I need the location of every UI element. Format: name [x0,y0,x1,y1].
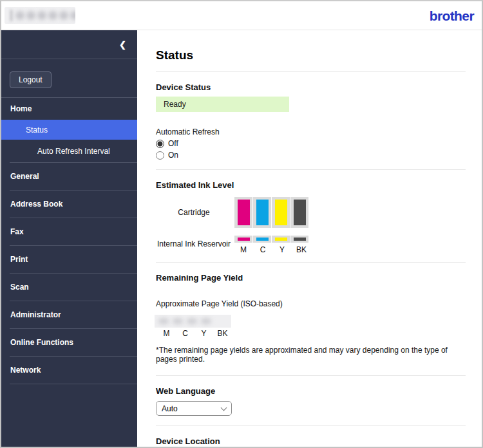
sidebar-collapse-row: ❮ [1,30,137,59]
top-bar: brother [1,1,482,30]
cartridge-bar-cyan [253,197,271,228]
sidebar-divider [10,384,137,384]
yield-code-c: C [176,329,194,338]
divider [156,375,466,376]
auto-refresh-on-label: On [168,151,178,160]
sidebar: ❮ Logout Home Status Auto Refresh Interv… [1,30,137,447]
sidebar-item-status[interactable]: Status [1,120,137,140]
web-language-select-wrap: Auto [156,401,232,416]
auto-refresh-off-radio[interactable] [156,140,164,148]
redacted-page-title [5,7,75,24]
sidebar-menu: Home Status Auto Refresh Interval Genera… [1,98,137,384]
sidebar-item-online-functions[interactable]: Online Functions [1,329,137,356]
device-status-heading: Device Status [156,82,466,92]
reservoir-label: Internal Ink Reservoir [156,239,232,248]
automatic-refresh-label: Automatic Refresh [156,127,466,136]
sidebar-item-fax[interactable]: Fax [1,218,137,245]
cartridge-label: Cartridge [156,208,232,217]
page-yield-footnote: *The remaining page yields are approxima… [156,346,466,364]
sidebar-item-general[interactable]: General [1,163,137,190]
sidebar-item-home[interactable]: Home [1,98,137,120]
yield-code-m: M [157,329,176,338]
yield-code-y: Y [194,329,213,338]
sidebar-item-scan[interactable]: Scan [1,274,137,301]
reservoir-bar-yellow [272,236,290,243]
auto-refresh-on-option[interactable]: On [156,151,466,160]
cartridge-bar-yellow [272,197,290,228]
auto-refresh-off-label: Off [168,139,178,148]
ink-color-codes: M C Y BK [234,245,311,254]
logout-button[interactable]: Logout [10,71,52,88]
divider [156,262,466,263]
sidebar-item-address-book[interactable]: Address Book [1,191,137,218]
ink-code-y: Y [273,245,291,254]
brother-logo: brother [430,9,475,23]
logout-area: Logout [1,59,137,98]
ink-level-heading: Estimated Ink Level [156,180,466,190]
ink-level-display: Cartridge Internal Ink Reservoir [156,197,466,254]
ink-code-m: M [234,245,252,254]
divider [156,169,466,170]
reservoir-bar-cyan [253,236,271,243]
auto-refresh-on-radio[interactable] [156,151,164,160]
cartridge-bar-black [290,197,308,228]
auto-refresh-off-option[interactable]: Off [156,139,466,148]
ink-code-bk: BK [292,245,310,254]
sidebar-item-administrator[interactable]: Administrator [1,301,137,328]
web-language-heading: Web Language [156,386,466,396]
approx-page-yield-label: Approximate Page Yield (ISO-based) [156,299,466,308]
cartridge-bar-magenta [234,197,252,228]
device-status-value: Ready [156,97,289,112]
collapse-sidebar-icon[interactable]: ❮ [119,40,126,50]
reservoir-bar-black [290,236,308,243]
sidebar-item-print[interactable]: Print [1,246,137,273]
cartridge-bars [234,197,308,228]
ink-code-c: C [254,245,272,254]
redacted-page-yield-values [155,315,231,328]
reservoir-bar-magenta [234,236,252,243]
divider [156,71,466,72]
web-language-select[interactable]: Auto [156,401,232,416]
browser-page: brother ❮ Logout Home Status Auto Refres… [0,0,483,448]
page-yield-column-labels: M C Y BK [157,329,466,338]
page-yield-heading: Remaining Page Yield [156,273,466,283]
yield-code-bk: BK [213,329,232,338]
automatic-refresh-options: Off On [156,139,466,160]
divider [156,425,466,426]
device-location-heading: Device Location [156,436,466,446]
page-title: Status [156,48,466,62]
main-content: Status Device Status Ready Automatic Ref… [137,30,482,447]
sidebar-item-network[interactable]: Network [1,357,137,384]
sidebar-item-auto-refresh-interval[interactable]: Auto Refresh Interval [1,140,137,162]
reservoir-bars [234,236,308,243]
